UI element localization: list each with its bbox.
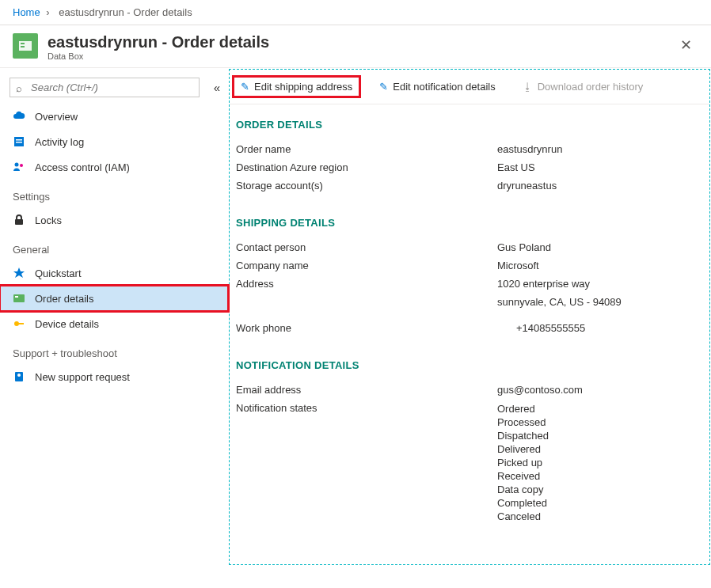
sidebar-item-label: Activity log — [35, 136, 84, 148]
svg-rect-9 — [13, 294, 25, 302]
sidebar-item-quickstart[interactable]: Quickstart — [0, 260, 228, 286]
toolbar: ✎ Edit shipping address ✎ Edit notificat… — [230, 70, 709, 104]
field-value: 1020 enterprise waysunnyvale, CA, US - 9… — [497, 278, 622, 308]
svg-rect-10 — [15, 296, 18, 298]
svg-rect-12 — [18, 323, 24, 324]
sidebar-item-iam[interactable]: Access control (IAM) — [0, 154, 228, 180]
breadcrumb: Home › eastusdrynrun - Order details — [0, 0, 711, 25]
download-icon: ⭳ — [523, 81, 533, 93]
section-heading: ORDER DETAILS — [233, 119, 706, 140]
sidebar-group-settings: Settings — [0, 180, 228, 207]
sidebar-item-label: Overview — [35, 111, 78, 123]
svg-point-14 — [17, 374, 21, 377]
svg-rect-8 — [15, 219, 23, 225]
close-button[interactable]: ✕ — [674, 33, 698, 57]
svg-point-7 — [20, 164, 23, 167]
sidebar: ⌕ « Overview Activity log Access control… — [0, 68, 228, 566]
order-icon — [13, 292, 25, 305]
field-label: Contact person — [236, 241, 497, 253]
lock-icon — [13, 214, 25, 226]
field-value: dryruneastus — [497, 180, 557, 192]
sidebar-item-label: Quickstart — [35, 267, 82, 279]
field-value: eastusdrynrun — [497, 143, 562, 155]
field-label: Address — [236, 278, 497, 308]
edit-shipping-button[interactable]: ✎ Edit shipping address — [234, 78, 359, 96]
notification-state: Processed — [497, 415, 549, 429]
field-label: Storage account(s) — [236, 180, 497, 192]
sidebar-group-general: General — [0, 233, 228, 260]
support-icon — [13, 370, 25, 383]
svg-rect-1 — [21, 43, 25, 44]
notification-state: Canceled — [497, 510, 549, 523]
section-order-details: ORDER DETAILS Order nameeastusdrynrun De… — [233, 119, 706, 195]
sidebar-item-label: Device details — [35, 318, 99, 330]
breadcrumb-current: eastusdrynrun - Order details — [59, 6, 192, 18]
search-icon: ⌕ — [16, 82, 22, 94]
pencil-icon: ✎ — [379, 81, 388, 93]
quickstart-icon — [13, 267, 25, 279]
field-label: Email address — [236, 384, 497, 396]
svg-point-6 — [15, 163, 19, 167]
notification-state: Ordered — [497, 402, 549, 415]
field-label: Work phone — [236, 322, 497, 334]
field-label: Order name — [236, 143, 497, 155]
sidebar-item-locks[interactable]: Locks — [0, 207, 228, 233]
notification-state: Completed — [497, 496, 549, 510]
cloud-icon — [13, 110, 25, 123]
notification-state: Picked up — [497, 456, 549, 469]
field-value: Microsoft — [497, 260, 539, 271]
svg-rect-2 — [21, 46, 25, 47]
notification-state: Data copy — [497, 483, 549, 496]
sidebar-item-device-details[interactable]: Device details — [0, 311, 228, 336]
page-header: eastusdrynrun - Order details Data Box ✕ — [0, 25, 711, 68]
sidebar-group-support: Support + troubleshoot — [0, 336, 228, 364]
button-label: Edit shipping address — [254, 81, 352, 93]
sidebar-item-label: Access control (IAM) — [35, 161, 130, 173]
section-heading: NOTIFICATION DETAILS — [233, 359, 706, 381]
sidebar-item-order-details[interactable]: Order details — [0, 286, 228, 311]
edit-notification-button[interactable]: ✎ Edit notification details — [373, 78, 501, 96]
search-input[interactable] — [10, 78, 200, 97]
field-value: East US — [497, 161, 535, 173]
section-shipping-details: SHIPPING DETAILS Contact personGus Polan… — [233, 217, 706, 337]
page-title: eastusdrynrun - Order details — [48, 33, 269, 51]
breadcrumb-sep: › — [46, 6, 49, 18]
section-heading: SHIPPING DETAILS — [233, 217, 706, 238]
collapse-sidebar-button[interactable]: « — [214, 81, 220, 94]
sidebar-item-label: Locks — [35, 214, 62, 226]
resource-icon — [13, 33, 38, 59]
sidebar-item-label: Order details — [35, 293, 93, 305]
pencil-icon: ✎ — [241, 81, 249, 93]
section-notification-details: NOTIFICATION DETAILS Email addressgus@co… — [233, 359, 706, 526]
breadcrumb-home[interactable]: Home — [13, 6, 40, 18]
button-label: Download order history — [538, 81, 644, 93]
main-panel: ✎ Edit shipping address ✎ Edit notificat… — [229, 69, 710, 565]
field-value: gus@contoso.com — [497, 384, 583, 396]
log-icon — [13, 135, 25, 148]
field-label: Company name — [236, 260, 497, 271]
sidebar-item-support-request[interactable]: New support request — [0, 364, 228, 389]
download-history-button: ⭳ Download order history — [516, 78, 650, 96]
field-label: Notification states — [236, 402, 497, 523]
button-label: Edit notification details — [393, 81, 495, 93]
people-icon — [13, 161, 25, 173]
page-subtitle: Data Box — [48, 51, 269, 61]
key-icon — [13, 317, 25, 330]
sidebar-item-overview[interactable]: Overview — [0, 104, 228, 129]
notification-state: Received — [497, 469, 549, 483]
field-value: +14085555555 — [497, 322, 585, 334]
notification-state: Delivered — [497, 442, 549, 456]
sidebar-item-activity[interactable]: Activity log — [0, 129, 228, 154]
sidebar-item-label: New support request — [35, 371, 130, 383]
notification-state: Dispatched — [497, 429, 549, 442]
field-value: Gus Poland — [497, 241, 551, 253]
field-label: Destination Azure region — [236, 161, 497, 173]
svg-rect-5 — [16, 142, 22, 143]
notification-states-list: OrderedProcessedDispatchedDeliveredPicke… — [497, 402, 549, 523]
svg-rect-4 — [16, 139, 22, 141]
